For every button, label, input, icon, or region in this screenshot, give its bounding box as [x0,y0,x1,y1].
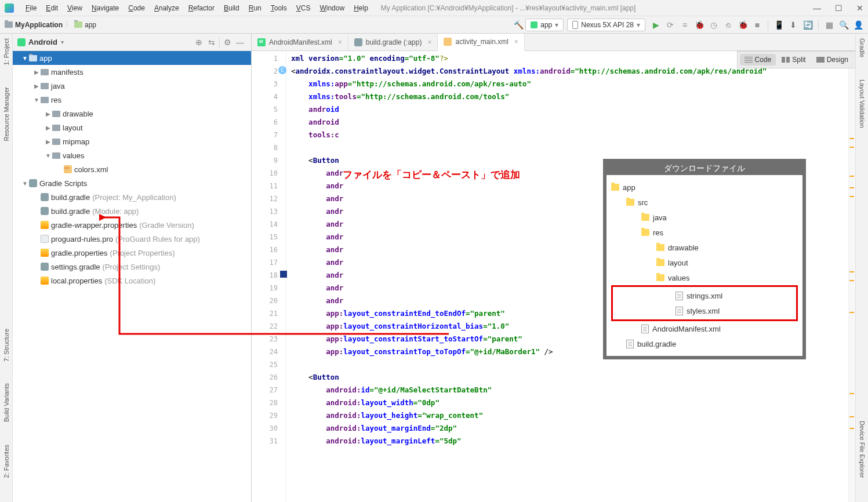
tree-node-proguard-rules-pro[interactable]: proguard-rules.pro(ProGuard Rules for ap… [13,232,251,246]
module-icon [531,21,537,28]
rail-resource-manager[interactable]: Resource Manager [3,85,10,144]
rail-structure[interactable]: 7: Structure [3,326,10,364]
phone-icon [572,21,578,29]
scroll-from-source-icon[interactable]: ⊕ [194,38,204,47]
debug-button[interactable]: 🐞 [694,20,704,30]
tree-node-layout[interactable]: ▶layout [13,121,251,134]
project-view-selector[interactable]: Android [28,38,57,46]
editor-area: AndroidManifest.xml×build.gradle (:app)×… [252,34,855,502]
tree-node-build-gradle[interactable]: build.gradle(Project: My_Application) [13,190,251,204]
view-mode-split[interactable]: Split [777,54,810,66]
search-icon[interactable]: 🔍 [838,20,849,30]
tree-node-local-properties[interactable]: local.properties(SDK Location) [13,274,251,288]
project-structure-icon[interactable]: ▦ [824,20,834,30]
run-button[interactable]: ▶ [651,20,661,30]
tree-node-java[interactable]: ▶java [13,79,251,93]
popup-item-drawable: drawable [611,240,798,255]
tab-build-gradle-app-[interactable]: build.gradle (:app)× [348,34,438,50]
popup-title: ダウンロードファイル [603,159,806,175]
hide-panel-icon[interactable]: — [235,38,245,47]
menu-run[interactable]: Run [244,2,266,14]
settings-icon[interactable]: ⚙ [223,38,232,47]
sdk-manager-icon[interactable]: ⬇ [788,20,798,30]
rail-build-variants[interactable]: Build Variants [3,381,10,424]
menu-build[interactable]: Build [219,2,244,14]
popup-item-androidmanifest-xml: AndroidManifest.xml [611,321,798,336]
menu-analyze[interactable]: Analyze [150,2,184,14]
editor-tabs: AndroidManifest.xml×build.gradle (:app)×… [252,34,855,51]
rail-layout-validation[interactable]: Layout Validation [859,77,866,130]
design-view-icon [816,57,825,63]
avd-manager-icon[interactable]: 📱 [773,20,784,30]
rail-project[interactable]: 1: Project [3,36,10,67]
tree-node-mipmap[interactable]: ▶mipmap [13,134,251,148]
tab-androidmanifest-xml[interactable]: AndroidManifest.xml× [252,34,348,50]
popup-item-strings-xml: strings.xml [615,288,794,303]
rail-favorites[interactable]: 2: Favorites [3,442,10,480]
window-title: My Application [C:¥Android¥MyApplication… [381,4,636,12]
device-selector[interactable]: Nexus 5X API 28▾ [567,19,645,31]
close-window-button[interactable]: ✕ [856,3,863,13]
build-icon[interactable]: 🔨 [513,20,524,30]
menu-navigate[interactable]: Navigate [87,2,124,14]
menu-help[interactable]: Help [349,2,373,14]
tab-activity-main-xml[interactable]: activity_main.xml× [438,34,524,51]
view-mode-bar: Code Split Design [737,51,855,68]
tree-node-build-gradle[interactable]: build.gradle(Module: app) [13,204,251,218]
tree-node-gradle-wrapper-properties[interactable]: gradle-wrapper.properties(Gradle Version… [13,218,251,232]
sync-icon[interactable]: 🔄 [802,20,813,30]
project-tree[interactable]: ▼app▶manifests▶java▼res▶drawable▶layout▶… [13,51,251,502]
tree-node-values[interactable]: ▼values [13,148,251,162]
rail-device-file-explorer[interactable]: Device File Explorer [859,419,866,480]
tree-node-gradle-properties[interactable]: gradle.properties(Project Properties) [13,246,251,260]
debug2-icon[interactable]: 🐞 [738,20,748,30]
attach-debugger-icon[interactable]: ⎋ [723,20,733,30]
tree-node-gradle-scripts[interactable]: ▼Gradle Scripts [13,176,251,190]
menu-edit[interactable]: Edit [41,2,63,14]
tree-node-settings-gradle[interactable]: settings.gradle(Project Settings) [13,260,251,274]
left-tool-rail: 1: Project Resource Manager 7: Structure… [0,34,13,502]
popup-item-app: app [611,180,798,195]
window-controls: — ☐ ✕ [813,3,863,13]
menu-window[interactable]: Window [315,2,349,14]
popup-item-src: src [611,195,798,210]
tree-node-colors-xml[interactable]: colors.xml [13,162,251,176]
menu-refactor[interactable]: Refactor [184,2,219,14]
tree-node-drawable[interactable]: ▶drawable [13,107,251,121]
view-mode-design[interactable]: Design [812,54,853,66]
popup-item-values: values [611,270,798,285]
rail-gradle[interactable]: Gradle [859,36,866,60]
profile-icon[interactable]: ◷ [709,20,719,30]
project-panel: Android ▾ ⊕ ⇆ ⚙ — ▼app▶manifests▶java▼re… [13,34,252,502]
expand-all-icon[interactable]: ⇆ [207,38,216,47]
menu-file[interactable]: File [21,2,41,14]
menu-code[interactable]: Code [124,2,150,14]
user-icon[interactable]: 👤 [853,20,863,30]
view-mode-code[interactable]: Code [740,54,776,66]
tree-node-app[interactable]: ▼app [13,51,251,65]
menu-vcs[interactable]: VCS [292,2,315,14]
breadcrumb: MyApplication 〉 app [5,20,96,30]
error-stripe[interactable] [848,51,855,502]
breadcrumb-module[interactable]: app [74,21,96,29]
tree-node-res[interactable]: ▼res [13,93,251,107]
toolbar: MyApplication 〉 app 🔨 app▾ Nexus 5X API … [0,16,868,34]
android-icon [17,38,26,46]
menu-tools[interactable]: Tools [266,2,292,14]
apply-code-icon[interactable]: ≡ [680,20,690,30]
tree-node-manifests[interactable]: ▶manifests [13,65,251,79]
popup-item-styles-xml: styles.xml [615,303,794,318]
apply-changes-icon[interactable]: ⟳ [665,20,675,30]
breadcrumb-root[interactable]: MyApplication [5,21,63,29]
editor-gutter[interactable]: 1234567891011121314151617181920212223242… [252,51,286,502]
stop-button[interactable]: ■ [752,20,762,30]
menu-view[interactable]: View [63,2,87,14]
highlighted-files: strings.xmlstyles.xml [611,285,798,321]
maximize-button[interactable]: ☐ [835,3,842,13]
popup-item-java: java [611,210,798,225]
project-panel-header: Android ▾ ⊕ ⇆ ⚙ — [13,34,251,51]
app-logo-icon [5,3,14,13]
download-files-popup: ダウンロードファイル appsrcjavaresdrawablelayoutva… [603,159,806,359]
run-config-selector[interactable]: app▾ [525,19,564,31]
minimize-button[interactable]: — [813,3,821,13]
